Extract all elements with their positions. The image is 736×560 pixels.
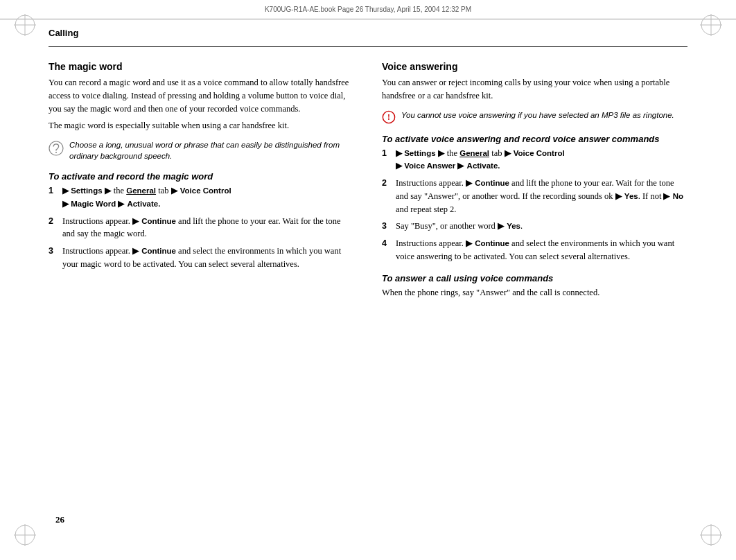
left-intro-text2: The magic word is especially suitable wh… — [49, 119, 354, 132]
left-step-3: 3 Instructions appear. ▶ Continue and se… — [49, 245, 354, 271]
right-answer-text: When the phone rings, say "Answer" and t… — [382, 286, 687, 299]
step1-cmd1: ▶ Settings — [62, 186, 103, 195]
two-col-layout: The magic word You can record a magic wo… — [49, 54, 687, 518]
right-step-num-1: 1 — [382, 147, 392, 173]
warning-box: ! You cannot use voice answering if you … — [382, 110, 687, 124]
left-subsection-title: To activate and record the magic word — [49, 171, 354, 182]
header-text: K700UG-R1A-AE.book Page 26 Thursday, Apr… — [265, 6, 471, 13]
page: K700UG-R1A-AE.book Page 26 Thursday, Apr… — [0, 0, 736, 560]
step-1-content: ▶ Settings ▶ the General tab ▶ Voice Con… — [62, 184, 231, 211]
right-steps-list: 1 ▶ Settings ▶ the General tab ▶ Voice C… — [382, 147, 687, 263]
step1-cmd4: Activate. — [127, 200, 160, 208]
step-num-2: 2 — [49, 215, 58, 241]
right-column: Voice answering You can answer or reject… — [382, 54, 687, 518]
warning-icon: ! — [382, 110, 396, 124]
note-text: Choose a long, unusual word or phrase th… — [69, 139, 354, 161]
step2-continue: Continue — [141, 217, 176, 225]
right-step-num-2: 2 — [382, 177, 392, 216]
rstep1-cmd1: ▶ Settings — [396, 149, 436, 157]
section-title: Calling — [49, 28, 687, 38]
step-num-1: 1 — [49, 184, 58, 211]
left-steps-list: 1 ▶ Settings ▶ the General tab ▶ Voice C… — [49, 184, 354, 271]
rstep4-continue: Continue — [475, 239, 509, 247]
note-icon — [49, 141, 64, 156]
step-num-3: 3 — [49, 245, 58, 271]
rstep1-cmd3: ▶ Voice Answer — [396, 161, 455, 170]
corner-mark-bl — [12, 523, 37, 548]
left-step-1: 1 ▶ Settings ▶ the General tab ▶ Voice C… — [49, 184, 354, 211]
rstep1-cmd4: Activate. — [467, 161, 500, 170]
warning-text: You cannot use voice answering if you ha… — [401, 110, 674, 121]
section-divider — [49, 46, 687, 47]
right-step-num-4: 4 — [382, 237, 392, 263]
rstep2-continue: Continue — [475, 179, 509, 187]
right-intro-text: You can answer or reject incoming calls … — [382, 76, 687, 103]
left-intro-text: You can record a magic word and use it a… — [49, 76, 354, 115]
right-step-1: 1 ▶ Settings ▶ the General tab ▶ Voice C… — [382, 147, 687, 173]
note-box: Choose a long, unusual word or phrase th… — [49, 139, 354, 161]
header-bar: K700UG-R1A-AE.book Page 26 Thursday, Apr… — [0, 0, 736, 19]
rstep2-yes: Yes — [624, 192, 638, 200]
right-step-num-3: 3 — [382, 220, 392, 233]
corner-mark-br — [699, 523, 724, 548]
corner-mark-tr — [699, 12, 724, 37]
svg-text:!: ! — [387, 112, 390, 122]
svg-point-13 — [55, 152, 57, 153]
right-step-3: 3 Say "Busy", or another word ▶ Yes. — [382, 220, 687, 233]
step-3-content: Instructions appear. ▶ Continue and sele… — [62, 245, 354, 271]
rstep1-cmd2: Voice Control — [514, 149, 565, 157]
right-main-heading: Voice answering — [382, 61, 687, 72]
corner-mark-tl — [12, 12, 37, 37]
left-column: The magic word You can record a magic wo… — [49, 54, 354, 518]
content-area: Calling The magic word You can record a … — [49, 28, 687, 518]
step3-continue: Continue — [141, 247, 176, 255]
left-main-heading: The magic word — [49, 61, 354, 72]
step-2-content: Instructions appear. ▶ Continue and lift… — [62, 215, 354, 241]
right-step-3-content: Say "Busy", or another word ▶ Yes. — [396, 220, 523, 233]
right-subsection-title2: To answer a call using voice commands — [382, 273, 687, 283]
rstep2-no: No — [673, 192, 683, 200]
step1-cmd2: Voice Control — [180, 186, 231, 195]
right-step-4-content: Instructions appear. ▶ Continue and sele… — [396, 237, 687, 263]
right-step-2-content: Instructions appear. ▶ Continue and lift… — [396, 177, 687, 216]
right-subsection-title: To activate voice answering and record v… — [382, 134, 687, 144]
right-step-4: 4 Instructions appear. ▶ Continue and se… — [382, 237, 687, 263]
right-step-2: 2 Instructions appear. ▶ Continue and li… — [382, 177, 687, 216]
right-step-1-content: ▶ Settings ▶ the General tab ▶ Voice Con… — [396, 147, 565, 173]
left-step-2: 2 Instructions appear. ▶ Continue and li… — [49, 215, 354, 241]
rstep3-yes: Yes — [507, 222, 520, 230]
step1-cmd3: ▶ Magic Word — [62, 200, 116, 208]
